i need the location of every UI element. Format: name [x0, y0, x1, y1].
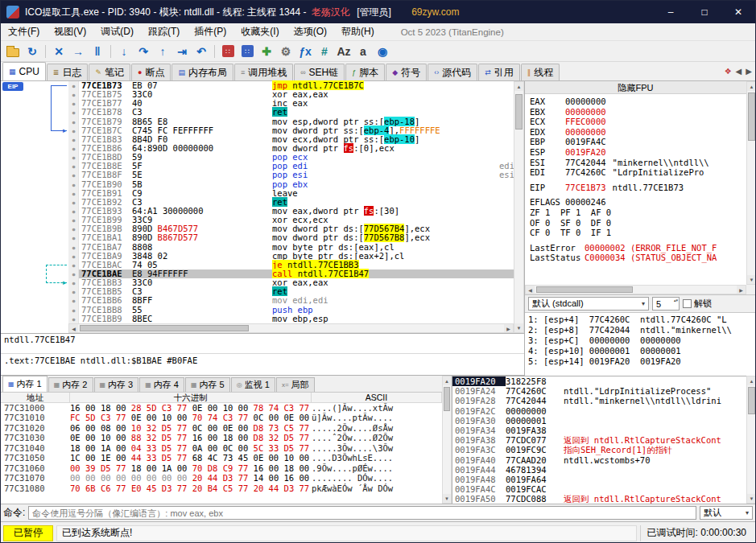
registers-hscrollbar[interactable]: ◀ ▶: [525, 285, 746, 294]
register-row[interactable]: ZF 1 PF 1 AF 0: [530, 208, 742, 218]
dump-row[interactable]: 77C3104018 00 1A 00 04 33 D5 77 0A 00 0C…: [1, 443, 442, 453]
tab-call-stack[interactable]: ≡调用堆栈: [234, 64, 293, 80]
back-icon[interactable]: ↶: [192, 43, 210, 60]
menu-item-plugins[interactable]: 插件(P): [187, 23, 233, 40]
arg-row[interactable]: 5: [esp+14] 0019FA20 0019FA20: [528, 356, 754, 367]
scroll-left-button[interactable]: ◀: [526, 286, 535, 294]
dump-tab-memory-4[interactable]: ▦内存 4: [139, 377, 184, 392]
tab-symbols[interactable]: ◆符号: [386, 64, 427, 80]
hide-fpu-button[interactable]: 隐藏FPU: [525, 81, 746, 94]
stack-row[interactable]: 0019FA2C00000000: [452, 406, 746, 416]
breakpoint-dot[interactable]: ●: [68, 278, 79, 287]
breakpoint-dot[interactable]: ●: [68, 117, 79, 126]
dump-row[interactable]: 77C3108070 6B C6 77 E0 45 D3 77 20 B4 C5…: [1, 483, 442, 493]
calling-convention-dropdown[interactable]: 默认 (stdcall) ▾: [528, 297, 649, 311]
stack-row[interactable]: 0019FA340019FA38: [452, 426, 746, 435]
stack-row[interactable]: 0019FA4077CAAD20ntdll.wcstombs+70: [452, 455, 746, 465]
menu-item-debug[interactable]: 调试(D): [93, 23, 141, 40]
step-out-icon[interactable]: ↑: [154, 43, 171, 60]
stack-row[interactable]: 0019FA2477C4260Cntdll."LdrpInitializePro…: [452, 386, 746, 396]
dump-tab-memory-2[interactable]: ▦内存 2: [48, 377, 93, 392]
stack-row[interactable]: 0019FA5077CDC088返回到 ntdll.RtlCaptureStac…: [452, 494, 746, 504]
register-row[interactable]: ESP0019FA20: [530, 147, 742, 158]
open-folder-icon[interactable]: [4, 43, 22, 60]
tab-memory-map[interactable]: ▤内存布局: [171, 64, 233, 80]
step-into-icon[interactable]: ↓: [115, 43, 133, 60]
menu-item-view[interactable]: 视图(V): [47, 23, 93, 40]
register-row[interactable]: LastError00000002 (ERROR_FILE_NOT_F: [530, 243, 742, 253]
breakpoint-dot[interactable]: ●: [68, 233, 79, 242]
breakpoint-dot[interactable]: ●: [68, 81, 79, 90]
breakpoint-dot[interactable]: ●: [68, 126, 79, 135]
arg-row[interactable]: 3: [esp+C] 00000000 00000000: [528, 335, 754, 346]
scroll-track[interactable]: [443, 385, 451, 494]
scroll-right-button[interactable]: ▶: [737, 286, 746, 294]
menu-item-options[interactable]: 选项(O): [287, 23, 334, 40]
dump-row[interactable]: 77C31010FC 5D C3 77 0E 00 10 00 70 74 C3…: [1, 413, 442, 422]
command-input[interactable]: [28, 506, 696, 520]
register-row[interactable]: EAX00000000: [530, 97, 742, 107]
breakpoint-dot[interactable]: ●: [68, 189, 79, 198]
tab-cpu[interactable]: ▦CPU: [2, 62, 46, 80]
breakpoint-dot[interactable]: ●: [68, 162, 79, 171]
breakpoint-dot[interactable]: ●: [68, 198, 79, 207]
case-icon[interactable]: Az: [335, 43, 353, 60]
register-row[interactable]: LastStatusC0000034 (STATUS_OBJECT_NA: [530, 253, 742, 263]
register-row[interactable]: EFLAGS00000246: [530, 197, 742, 208]
tab-source[interactable]: ‹›源代码: [428, 64, 477, 80]
breakpoint-dot[interactable]: ●: [68, 269, 79, 278]
arg-row[interactable]: 1: [esp+4] 77C4260C ntdll.77C4260C "L: [528, 315, 754, 325]
run-to-return-icon[interactable]: ⇥: [173, 43, 191, 60]
fx-icon[interactable]: ƒx: [296, 43, 314, 60]
dump-row[interactable]: 77C3102006 00 08 00 10 32 D5 77 0C 00 0E…: [1, 423, 442, 433]
scroll-track[interactable]: [78, 324, 504, 332]
scroll-right-button[interactable]: ▶: [504, 324, 513, 332]
dump-tab-memory-1[interactable]: ▦内存 1: [2, 376, 48, 392]
dump-tab-locals[interactable]: x=局部: [276, 377, 315, 392]
pause-icon[interactable]: ‖: [89, 43, 106, 60]
breakpoint-dot[interactable]: ●: [68, 90, 79, 99]
register-row[interactable]: EDX00000000: [530, 127, 742, 138]
stack-row[interactable]: 0019FA3C0019FC9C指向SEH_Record[1]的指针: [452, 445, 746, 455]
step-over-icon[interactable]: ↷: [134, 43, 152, 60]
restart-icon[interactable]: ↻: [23, 43, 41, 60]
breakpoint-dot[interactable]: ●: [68, 99, 79, 108]
unlock-checkbox[interactable]: 解锁: [683, 298, 712, 310]
tab-threads[interactable]: ∥线程: [521, 64, 560, 80]
scroll-down-button[interactable]: ▼: [443, 494, 451, 503]
scroll-up-button[interactable]: ▲: [443, 376, 451, 385]
dump-row[interactable]: 77C3106000 39 D5 77 18 00 1A 00 70 D8 C9…: [1, 463, 442, 473]
close-button[interactable]: ✕: [721, 1, 755, 23]
register-row[interactable]: EIP77CE1B73ntdll.77CE1B73: [530, 183, 742, 193]
dump-row[interactable]: 77C310300E 00 10 00 88 32 D5 77 16 00 18…: [1, 433, 442, 442]
breakpoint-dot[interactable]: ●: [68, 216, 79, 224]
dump-row[interactable]: 77C310501C 00 1E 00 44 33 D5 77 68 4C 73…: [1, 453, 442, 463]
scroll-track[interactable]: [747, 91, 756, 275]
register-row[interactable]: EDI77C4260C"LdrpInitializePro: [530, 167, 742, 178]
scroll-down-button[interactable]: ▼: [514, 323, 523, 332]
register-row[interactable]: ECXFFEC0000: [530, 117, 742, 127]
arg-row[interactable]: 4: [esp+10] 00000001 00000001: [528, 346, 754, 356]
scroll-up-button[interactable]: ▲: [514, 82, 523, 91]
disasm-row[interactable]: ●77CE1BB98BECmov ebp,esp: [68, 315, 514, 323]
register-row[interactable]: EBX00000000: [530, 107, 742, 117]
tab-log[interactable]: ≣日志: [47, 64, 89, 80]
menu-item-trace[interactable]: 跟踪(T): [141, 23, 187, 40]
breakpoint-dot[interactable]: ●: [68, 207, 79, 216]
menu-item-help[interactable]: 帮助(H): [334, 23, 382, 40]
scroll-track[interactable]: [514, 91, 523, 323]
scroll-up-button[interactable]: ▲: [747, 82, 756, 91]
dump-vscrollbar[interactable]: ▲ ▼: [442, 376, 452, 504]
registers-vscrollbar[interactable]: ▲ ▼: [746, 81, 756, 285]
stack-row[interactable]: 0019FA480019FA64: [452, 475, 746, 484]
stack-vscrollbar[interactable]: ▲ ▼: [746, 376, 756, 504]
tab-breakpoints[interactable]: ●断点: [131, 64, 171, 80]
menu-item-favourites[interactable]: 收藏夹(I): [233, 23, 286, 40]
scroll-up-button[interactable]: ▲: [747, 376, 756, 385]
register-row[interactable]: EBP0019FA4C: [530, 137, 742, 147]
register-row[interactable]: OF 0 SF 0 DF 0: [530, 218, 742, 228]
breakpoint-dot[interactable]: ●: [68, 224, 79, 233]
breakpoint-dot[interactable]: ●: [68, 252, 79, 261]
breakpoint-dot[interactable]: ●: [68, 171, 79, 179]
scroll-track[interactable]: [535, 286, 737, 294]
